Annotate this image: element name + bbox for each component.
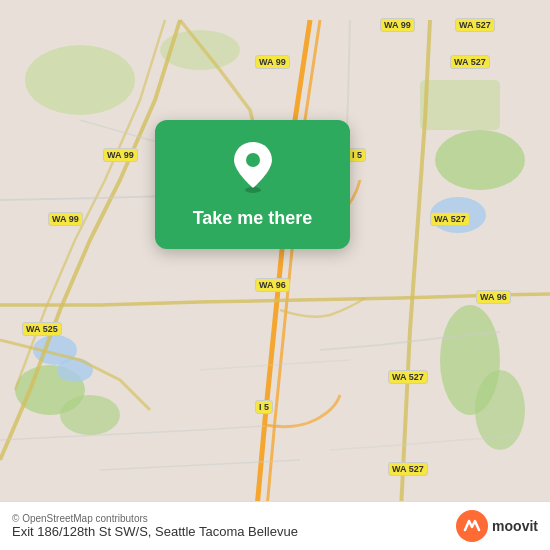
road-label-wa99-mid-top: WA 99 [255, 55, 290, 69]
svg-rect-4 [420, 80, 500, 130]
map-attribution: © OpenStreetMap contributors [12, 513, 298, 524]
svg-point-3 [435, 130, 525, 190]
svg-point-6 [60, 395, 120, 435]
road-label-wa99-left1: WA 99 [103, 148, 138, 162]
map-background [0, 0, 550, 550]
location-card: Take me there [155, 120, 350, 249]
road-label-wa527-bottom: WA 527 [388, 462, 428, 476]
map-container: WA 99 WA 527 WA 99 WA 527 WA 99 I 5 WA 9… [0, 0, 550, 550]
location-info: © OpenStreetMap contributors Exit 186/12… [12, 513, 298, 539]
road-label-wa525: WA 525 [22, 322, 62, 336]
road-label-wa527-right1: WA 527 [430, 212, 470, 226]
bottom-bar: © OpenStreetMap contributors Exit 186/12… [0, 501, 550, 550]
location-name: Exit 186/128th St SW/S, Seattle Tacoma B… [12, 524, 298, 539]
road-label-i5-bottom: I 5 [255, 400, 273, 414]
road-label-wa527-mid-top: WA 527 [450, 55, 490, 69]
road-label-wa96-mid: WA 96 [255, 278, 290, 292]
road-label-wa527-mid2: WA 527 [388, 370, 428, 384]
road-label-wa96-right: WA 96 [476, 290, 511, 304]
moovit-text: moovit [492, 518, 538, 534]
road-label-wa99-top: WA 99 [380, 18, 415, 32]
road-label-i5-mid: I 5 [348, 148, 366, 162]
road-label-wa527-top: WA 527 [455, 18, 495, 32]
moovit-icon [456, 510, 488, 542]
take-me-there-button[interactable]: Take me there [185, 204, 321, 233]
pin-icon [231, 140, 275, 194]
svg-point-11 [57, 358, 93, 382]
svg-point-13 [246, 153, 260, 167]
svg-point-1 [25, 45, 135, 115]
moovit-logo: moovit [456, 510, 538, 542]
road-label-wa99-left2: WA 99 [48, 212, 83, 226]
